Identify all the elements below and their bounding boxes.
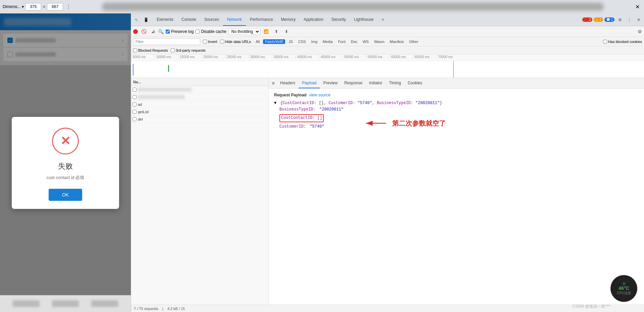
has-blocked-cookies-checkbox[interactable]: [603, 40, 607, 44]
request-row-3[interactable]: ad: [131, 101, 268, 108]
settings-icon[interactable]: ⚙: [616, 16, 624, 24]
main-layout: ✓ › › ✕ 失败 cust contact id 必填: [0, 13, 644, 312]
device-toolbar-icon[interactable]: 📱: [142, 16, 150, 24]
tab-network[interactable]: Network: [223, 13, 246, 26]
req-checkbox-del[interactable]: [132, 117, 137, 121]
customer-id-value: "5740": [310, 124, 324, 129]
filter-media[interactable]: Media: [321, 39, 335, 44]
tab-elements[interactable]: Elements: [153, 13, 177, 26]
tab-timing[interactable]: Timing: [386, 78, 405, 88]
filter-font[interactable]: Font: [336, 39, 347, 44]
search-button[interactable]: 🔍: [158, 29, 164, 34]
payload-tree: ▼ {CustContactID: [], CustomerID: "5740"…: [274, 100, 639, 130]
tab-console[interactable]: Console: [177, 13, 200, 26]
tab-performance[interactable]: Performance: [246, 13, 277, 26]
filter-other[interactable]: Other: [407, 39, 421, 44]
tab-sources[interactable]: Sources: [200, 13, 223, 26]
request-row-1[interactable]: [131, 86, 268, 93]
invert-label[interactable]: Invert: [203, 40, 217, 44]
requests-panel: Na... ad: [131, 78, 269, 305]
cust-contact-key: CustContactID: []: [279, 114, 324, 122]
height-input[interactable]: [47, 3, 63, 10]
tab-cookies[interactable]: Cookies: [404, 78, 425, 88]
wifi-icon[interactable]: 📶: [262, 28, 270, 36]
preserve-log-label[interactable]: Preserve log: [166, 29, 194, 34]
tick-35000: 35000 ms: [272, 54, 296, 59]
tab-initiator[interactable]: Initiator: [366, 78, 385, 88]
req-checkbox-getlist[interactable]: [132, 110, 137, 114]
req-checkbox-1[interactable]: [132, 88, 137, 92]
dimension-selector: Dimensi... ▾ ✕ ⋮: [3, 3, 72, 11]
tab-headers[interactable]: Headers: [277, 78, 299, 88]
close-devtools-button[interactable]: ✕: [633, 3, 641, 11]
network-settings-icon[interactable]: ⚙: [638, 29, 642, 34]
filter-input[interactable]: [133, 38, 200, 45]
preserve-log-checkbox[interactable]: [166, 30, 170, 34]
tab-more[interactable]: »: [378, 13, 388, 26]
view-source-link[interactable]: view source: [309, 93, 330, 97]
requests-header: Na...: [131, 78, 268, 86]
tick-45000: 45000 ms: [319, 54, 342, 59]
hide-data-urls-checkbox[interactable]: [220, 40, 224, 44]
close-detail-button[interactable]: ✕: [270, 80, 277, 87]
req-checkbox-2[interactable]: [132, 95, 137, 99]
mobile-screen: ✓ › › ✕ 失败 cust contact id 必填: [0, 13, 131, 312]
invert-checkbox[interactable]: [203, 40, 207, 44]
third-party-label[interactable]: 3rd-party requests: [171, 48, 206, 52]
tick-5000: 5000 ms: [131, 54, 155, 59]
request-row-getlist[interactable]: getList: [131, 108, 268, 116]
devtools-panel: ↖ 📱 Elements Console Sources Network Per…: [131, 13, 644, 312]
blocked-requests-label[interactable]: Blocked Requests: [133, 48, 168, 52]
tab-memory[interactable]: Memory: [277, 13, 300, 26]
tick-60000: 60000 ms: [389, 54, 413, 59]
filter-ws[interactable]: WS: [361, 39, 371, 44]
tab-response[interactable]: Response: [341, 78, 366, 88]
blocked-requests-checkbox[interactable]: [133, 48, 137, 52]
cpu-label: CPU温度: [617, 291, 631, 296]
hide-data-urls-label[interactable]: Hide data URLs: [220, 40, 251, 44]
tab-lighthouse[interactable]: Lighthouse: [350, 13, 378, 26]
tab-preview[interactable]: Preview: [320, 78, 341, 88]
filter-img[interactable]: Img: [309, 39, 319, 44]
tab-security[interactable]: Security: [327, 13, 350, 26]
filter-manifest[interactable]: Manifest: [388, 39, 406, 44]
tab-application[interactable]: Application: [300, 13, 327, 26]
detail-content: Request Payload view source ▼ {CustConta…: [269, 89, 644, 305]
record-button[interactable]: [133, 29, 138, 34]
filter-fetch-xhr[interactable]: Fetch/XHR: [263, 39, 285, 44]
filter-js[interactable]: JS: [286, 39, 295, 44]
business-type-key: BusinessTypeID:: [279, 107, 316, 112]
req-name-blur-1: [138, 88, 192, 92]
throttle-select[interactable]: No throttling: [228, 28, 260, 35]
devtools-close-icon[interactable]: ✕: [635, 16, 643, 24]
width-input[interactable]: [25, 3, 41, 10]
third-party-checkbox[interactable]: [171, 48, 175, 52]
tab-payload[interactable]: Payload: [299, 78, 320, 88]
export-icon[interactable]: ⬇: [282, 28, 290, 36]
disable-cache-label[interactable]: Disable cache: [196, 29, 226, 34]
has-blocked-cookies-label[interactable]: Has blocked cookies: [603, 40, 642, 44]
more-options-button[interactable]: ⋮: [64, 3, 72, 11]
detail-tab-bar: ✕ Headers Payload Preview Response Initi…: [269, 78, 644, 89]
import-icon[interactable]: ⬆: [272, 28, 280, 36]
request-row-del[interactable]: del: [131, 116, 268, 123]
field-customer-id: CustomerID: "5740": [279, 124, 639, 130]
collapse-triangle[interactable]: ▼: [274, 100, 276, 106]
filter-wasm[interactable]: Wasm: [372, 39, 386, 44]
cursor-icon[interactable]: ↖: [132, 16, 141, 24]
filter-icon[interactable]: ⊿: [150, 29, 156, 35]
filter-css[interactable]: CSS: [296, 39, 308, 44]
req-checkbox-3[interactable]: [132, 102, 137, 106]
tick-70000: 70000 ms: [436, 54, 460, 59]
clear-button[interactable]: 🚫: [140, 28, 148, 36]
payload-fields: BusinessTypeID: "20020011" CustContactID…: [274, 106, 639, 130]
filter-all[interactable]: All: [254, 39, 262, 44]
tick-20000: 20000 ms: [202, 54, 225, 59]
dimension-dropdown-icon[interactable]: ▾: [22, 4, 24, 9]
modal-ok-button[interactable]: OK: [49, 189, 82, 201]
disable-cache-checkbox[interactable]: [196, 30, 200, 34]
filter-type-tags: All Fetch/XHR JS CSS Img Media Font Doc …: [254, 39, 420, 44]
devtools-more-icon[interactable]: ⋮: [625, 16, 633, 24]
filter-doc[interactable]: Doc: [349, 39, 360, 44]
request-row-2[interactable]: [131, 93, 268, 101]
